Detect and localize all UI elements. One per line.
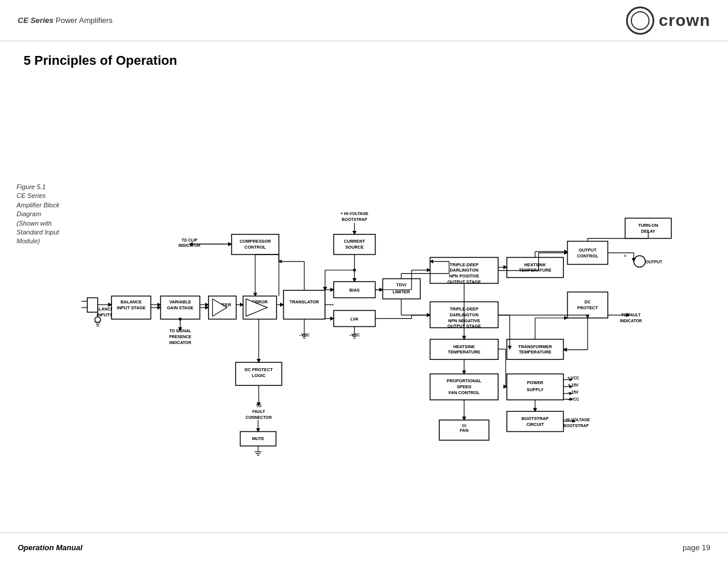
block-diagram: .block-rect { fill: white; stroke: #000;… (12, 91, 716, 530)
svg-text:CONTROL: CONTROL (577, 253, 599, 259)
svg-point-48 (179, 318, 182, 320)
svg-text:DC: DC (585, 299, 591, 305)
svg-text:BOOTSTRAP: BOOTSTRAP (522, 416, 549, 421)
svg-text:PROPORTIONAL: PROPORTIONAL (447, 378, 482, 384)
svg-text:FAULT: FAULT (252, 409, 265, 414)
svg-text:HEATSINK: HEATSINK (453, 344, 476, 349)
svg-point-109 (634, 256, 645, 267)
svg-text:OUTPUT: OUTPUT (579, 247, 597, 253)
svg-text:∞: ∞ (462, 421, 466, 429)
svg-text:OUTPUT: OUTPUT (645, 260, 663, 264)
header-title: CE Series Power Amplifiers (18, 16, 113, 25)
svg-text:PROTECT: PROTECT (577, 305, 598, 310)
svg-text:GAIN STAGE: GAIN STAGE (167, 305, 193, 310)
header: CE Series Power Amplifiers crown (0, 0, 728, 41)
svg-text:HEATSINK: HEATSINK (524, 262, 546, 267)
header-title-normal: Power Amplifiers (54, 16, 113, 25)
header-title-italic: CE Series (18, 16, 54, 25)
svg-text:LVA: LVA (351, 316, 359, 322)
logo-area: crown (626, 6, 710, 35)
svg-text:PRESENCE: PRESENCE (169, 335, 192, 339)
diagram-container: .block-rect { fill: white; stroke: #000;… (12, 91, 716, 530)
svg-text:CIRCUIT: CIRCUIT (526, 422, 544, 427)
svg-text:INPUT STAGE: INPUT STAGE (117, 305, 146, 310)
svg-text:INDICATOR: INDICATOR (620, 319, 642, 323)
footer-left: Operation Manual (18, 543, 83, 552)
page-title: 5 Principles of Operation (24, 53, 177, 68)
svg-text:TRANSFORMER: TRANSFORMER (518, 344, 552, 349)
svg-text:VARIABLE: VARIABLE (169, 299, 191, 305)
svg-text:INPUTS: INPUTS (97, 312, 113, 318)
svg-text:BOOTSTRAP: BOOTSTRAP (564, 424, 589, 428)
svg-text:SPEED: SPEED (457, 384, 472, 389)
svg-text:CURRENT: CURRENT (344, 239, 365, 244)
crown-logo-text: crown (659, 11, 710, 30)
svg-text:FAN CONTROL: FAN CONTROL (449, 390, 480, 395)
svg-text:INDICATOR: INDICATOR (169, 340, 191, 345)
svg-text:TO CLIP: TO CLIP (182, 238, 197, 242)
svg-text:+ HI-VOLTAGE: + HI-VOLTAGE (341, 211, 369, 216)
svg-text:TRANSLATOR: TRANSLATOR (289, 299, 319, 305)
svg-text:SOURCE: SOURCE (345, 244, 364, 250)
svg-text:BALANCE: BALANCE (121, 299, 142, 305)
svg-point-5 (95, 317, 101, 323)
svg-text:DARLINGTON: DARLINGTON (450, 267, 479, 273)
crown-logo-icon (626, 6, 654, 35)
footer: Operation Manual page 19 (0, 533, 728, 562)
svg-text:MUTE: MUTE (252, 436, 264, 441)
svg-text:BOOTSTRAP: BOOTSTRAP (342, 217, 367, 222)
svg-text:POWER: POWER (527, 380, 543, 385)
svg-text:TURN-ON: TURN-ON (638, 223, 658, 228)
svg-text:TDVI: TDVI (396, 282, 406, 287)
svg-text:LOGIC: LOGIC (252, 373, 266, 378)
svg-text:NPN POSITIVE: NPN POSITIVE (449, 273, 479, 279)
svg-text:DC PROTECT: DC PROTECT (245, 367, 273, 372)
svg-text:TRIPLE-DEEP: TRIPLE-DEEP (450, 262, 479, 267)
svg-text:BIAS: BIAS (350, 287, 360, 293)
svg-text:TEMPERATURE: TEMPERATURE (519, 349, 551, 355)
svg-text:CONTROL: CONTROL (245, 244, 266, 250)
svg-rect-2 (87, 297, 98, 312)
footer-right: page 19 (683, 543, 710, 552)
svg-text:TEMPERATURE: TEMPERATURE (448, 349, 480, 355)
svg-text:+: + (624, 254, 626, 258)
svg-text:COMPRESSOR: COMPRESSOR (239, 239, 271, 244)
svg-text:SUPPLY: SUPPLY (526, 387, 543, 392)
svg-text:CONNECTOR: CONNECTOR (246, 415, 272, 419)
